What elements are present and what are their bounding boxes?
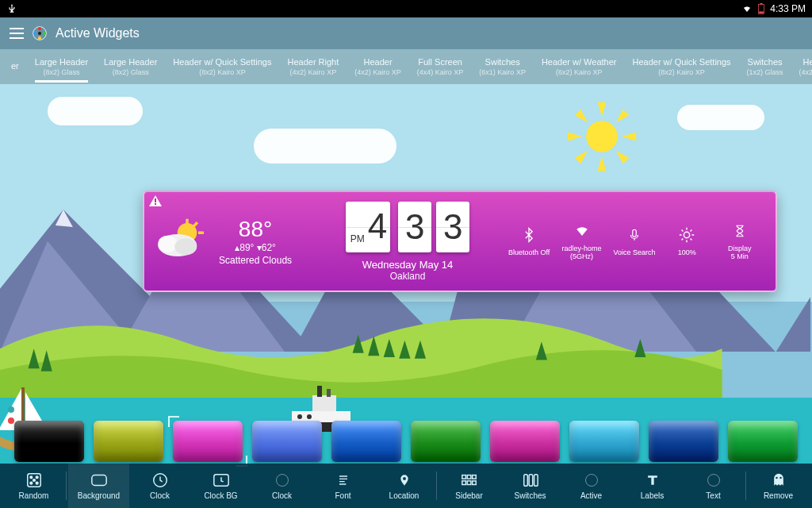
svg-rect-55 [633,229,637,237]
svg-rect-2 [759,12,764,13]
switches-icon [522,471,539,489]
menu-icon[interactable] [10,28,24,39]
temperature-current: 88° [219,217,292,242]
widget-tab[interactable]: Header(4x2) Kairo XP [347,54,409,79]
svg-marker-15 [575,148,591,164]
toggle-label: radley-home(5GHz) [562,244,602,260]
widget-tab[interactable]: Large Header(8x2) Glass [96,54,165,79]
text-icon [644,471,661,489]
grid-icon [461,471,478,489]
svg-rect-46 [155,198,156,202]
toolbar-location[interactable]: Location [373,464,435,508]
widget-tab[interactable]: Header Right(4x2) Kairo XP [279,54,347,79]
svg-point-38 [297,414,302,419]
bottom-toolbar: RandomBackgroundClockClock BGClockFontLo… [0,464,812,508]
clock-date: Wednesday May 14 [362,259,454,271]
orb-icon [583,471,600,489]
svg-point-4 [38,27,41,30]
weather-block[interactable]: 88° ▴89° ▾62° Scattered Clouds [154,217,320,266]
widget-tab[interactable]: Switches(1x2) Glass [739,54,791,79]
color-swatch[interactable] [252,421,322,462]
widget-tab[interactable]: er [3,58,27,75]
color-swatch[interactable] [649,421,718,462]
widget-tab[interactable]: Large Header(8x2) Glass [27,54,96,79]
toggle-mic[interactable]: Voice Search [609,226,660,256]
android-status-bar: 4:33 PM [0,0,812,17]
svg-point-76 [585,475,597,487]
toolbar-label: Clock BG [204,491,237,500]
toolbar-labels[interactable]: Labels [622,464,683,508]
toggle-bluetooth[interactable]: Bluetooth Off [504,226,554,256]
widget-tab[interactable]: Header w/ Quick Settings(8x2) Kairo XP [165,54,279,79]
svg-marker-10 [598,102,607,117]
widget-tab[interactable]: Header w/ Quick Settings(8x2) Kairo XP [624,54,738,79]
clock-hour: 4 [368,203,387,249]
svg-point-59 [36,476,38,479]
status-time: 4:33 PM [770,3,806,14]
widget-tab[interactable]: Switches(6x1) Kairo XP [471,54,534,79]
toolbar-label: Clock [150,491,170,500]
toolbar-font[interactable]: Font [312,464,373,508]
toolbar-text[interactable]: Text [683,464,744,508]
svg-rect-63 [91,475,105,486]
hourglass-icon [731,222,749,240]
toolbar-switches[interactable]: Switches [500,464,561,508]
svg-rect-47 [155,203,156,205]
widget-tab[interactable]: Header(4x2) Glass [791,54,812,79]
color-swatch[interactable] [411,421,481,462]
toggle-label: Display5 Min [728,244,752,260]
svg-point-58 [29,476,32,479]
svg-point-60 [29,482,32,484]
app-title: Active Widgets [56,26,140,40]
svg-rect-73 [523,475,527,487]
svg-point-7 [33,32,36,35]
svg-point-56 [684,232,690,237]
color-swatch[interactable] [728,421,798,462]
app-logo-icon [32,25,48,41]
color-swatch[interactable] [490,421,560,462]
toolbar-clock-bg[interactable]: Clock BG [190,464,251,508]
battery-icon [757,3,765,14]
clock-block[interactable]: PM 4 3 3 Wednesday May 14 Oakland [320,202,495,282]
sun-icon [566,101,638,172]
toggle-hourglass[interactable]: Display5 Min [714,222,765,260]
wifi-icon [573,222,591,240]
svg-rect-71 [467,481,471,485]
svg-point-6 [38,37,41,40]
color-swatch-row [14,421,798,462]
toggle-label: Bluetooth Off [508,248,550,256]
toggle-brightness[interactable]: 100% [661,226,712,256]
clock-min-ones: 3 [436,202,469,252]
header-widget-preview: 88° ▴89° ▾62° Scattered Clouds PM 4 3 3 … [143,190,777,292]
widget-tab[interactable]: Full Screen(4x4) Kairo XP [409,54,472,79]
quick-toggles: Bluetooth Offradley-home(5GHz)Voice Sear… [495,222,766,260]
color-swatch[interactable] [569,421,639,462]
toolbar-clock[interactable]: Clock [251,464,312,508]
color-swatch[interactable] [94,421,163,462]
svg-rect-49 [186,219,189,225]
color-swatch[interactable] [331,421,401,462]
toolbar-active[interactable]: Active [561,464,622,508]
svg-rect-50 [198,232,204,235]
orb-icon [705,471,722,489]
toolbar-label: Text [706,491,720,500]
svg-marker-17 [613,148,629,164]
color-swatch[interactable] [173,421,243,462]
weather-description: Scattered Clouds [219,255,292,266]
svg-rect-74 [529,475,533,487]
svg-point-61 [36,482,38,484]
toolbar-label: Random [19,491,49,500]
alert-badge-icon [149,195,162,206]
toggle-wifi[interactable]: radley-home(5GHz) [557,222,607,260]
temperature-low: ▾62° [257,242,276,253]
svg-rect-36 [317,386,322,397]
toolbar-random[interactable]: Random [3,464,64,508]
toolbar-remove[interactable]: Remove [748,464,809,508]
toolbar-background[interactable]: Background [68,464,129,508]
toolbar-sidebar[interactable]: Sidebar [439,464,500,508]
toolbar-clock[interactable]: Clock [129,464,190,508]
clock-ampm: PM [350,233,365,244]
clock-icon [151,471,169,489]
widget-tab[interactable]: Header w/ Weather(6x2) Kairo XP [534,54,625,79]
color-swatch[interactable] [14,421,84,462]
